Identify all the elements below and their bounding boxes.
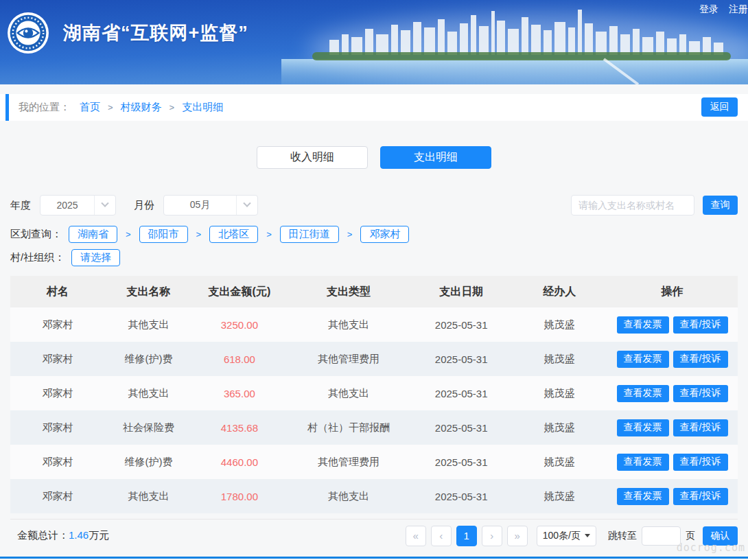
prev-page-button[interactable]: ‹ — [431, 526, 452, 546]
search-button[interactable]: 查询 — [703, 196, 738, 215]
back-button[interactable]: 返回 — [701, 97, 738, 117]
view-complaint-button[interactable]: 查看/投诉 — [673, 454, 728, 471]
region-pill-city[interactable]: 邵阳市 — [139, 226, 188, 243]
cell-amount: 4135.68 — [192, 422, 287, 434]
site-title: 湖南省“互联网+监督” — [63, 21, 248, 45]
breadcrumb-separator: > — [170, 102, 175, 113]
view-complaint-button[interactable]: 查看/投诉 — [673, 351, 728, 368]
view-complaint-button[interactable]: 查看/投诉 — [673, 419, 728, 436]
cell-amount: 618.00 — [192, 353, 287, 365]
cell-expense-name: 其他支出 — [105, 387, 192, 400]
first-page-button[interactable]: « — [406, 526, 426, 546]
region-pill-district[interactable]: 北塔区 — [209, 226, 258, 243]
site-logo-eye-icon — [7, 12, 49, 54]
city-skyline-image — [281, 0, 748, 84]
chevron-down-icon — [237, 202, 257, 208]
amount-total-value: 1.46 — [69, 529, 89, 541]
breadcrumb-accent-bar — [5, 94, 9, 121]
table-row: 邓家村 其他支出 1780.00 其他支出 2025-05-31 姚茂盛 查看发… — [10, 479, 738, 513]
view-invoice-button[interactable]: 查看发票 — [617, 419, 669, 436]
table-row: 邓家村 其他支出 365.00 其他支出 2025-05-31 姚茂盛 查看发票… — [10, 376, 738, 410]
cell-expense-name: 社会保险费 — [105, 421, 192, 434]
login-link[interactable]: 登录 — [699, 3, 718, 16]
bottom-accent-bar — [0, 557, 748, 559]
search-input[interactable] — [571, 195, 694, 215]
amount-total: 金额总计：1.46万元 — [17, 529, 109, 542]
table-row: 邓家村 其他支出 3250.00 其他支出 2025-05-31 姚茂盛 查看发… — [10, 307, 738, 342]
view-invoice-button[interactable]: 查看发票 — [617, 351, 669, 368]
table-footer: 金额总计：1.46万元 « ‹ 1 › » 100条/页 跳转至 页 确认 — [10, 519, 738, 552]
breadcrumb-bar: 我的位置： 首页 > 村级财务 > 支出明细 返回 — [0, 94, 748, 121]
view-complaint-button[interactable]: 查看/投诉 — [673, 488, 728, 505]
detail-tabs: 收入明细 支出明细 — [10, 146, 738, 169]
cell-type: 其他支出 — [287, 318, 410, 331]
view-invoice-button[interactable]: 查看发票 — [617, 385, 669, 402]
last-page-button[interactable]: » — [507, 526, 528, 546]
org-filter-row: 村/社组织： 请选择 — [10, 249, 738, 266]
jump-to-label: 跳转至 — [608, 530, 637, 542]
cell-village: 邓家村 — [10, 353, 105, 366]
cell-village: 邓家村 — [10, 318, 105, 331]
page-number-button[interactable]: 1 — [456, 526, 477, 546]
table-row: 邓家村 维修(护)费 618.00 其他管理费用 2025-05-31 姚茂盛 … — [10, 342, 738, 376]
region-separator: > — [347, 229, 353, 240]
main-content: 收入明细 支出明细 年度 2025 月份 05月 查询 区划查询： — [0, 146, 748, 552]
tab-expense-detail[interactable]: 支出明细 — [380, 146, 491, 169]
breadcrumb-item-expense-detail[interactable]: 支出明细 — [182, 101, 223, 114]
region-pill-street[interactable]: 田江街道 — [280, 226, 339, 243]
cell-expense-name: 其他支出 — [105, 490, 192, 503]
region-pill-village[interactable]: 邓家村 — [360, 226, 409, 243]
view-invoice-button[interactable]: 查看发票 — [617, 316, 669, 334]
cell-operator: 姚茂盛 — [512, 387, 607, 400]
page-size-select[interactable]: 100条/页 — [537, 526, 596, 546]
view-invoice-button[interactable]: 查看发票 — [617, 488, 669, 505]
cell-village: 邓家村 — [10, 490, 105, 503]
breadcrumb-item-home[interactable]: 首页 — [80, 101, 100, 114]
month-select[interactable]: 05月 — [163, 195, 258, 215]
cell-village: 邓家村 — [10, 456, 105, 469]
month-label: 月份 — [134, 199, 154, 212]
table-header-row: 村名 支出名称 支出金额(元) 支出类型 支出日期 经办人 操作 — [10, 276, 738, 307]
cell-amount: 365.00 — [192, 388, 287, 399]
region-filter-row: 区划查询： 湖南省 > 邵阳市 > 北塔区 > 田江街道 > 邓家村 — [10, 226, 738, 243]
cell-date: 2025-05-31 — [410, 456, 512, 468]
watermark: docrog.com — [677, 541, 745, 554]
chevron-down-icon — [95, 202, 115, 208]
tab-income-detail[interactable]: 收入明细 — [257, 146, 368, 169]
site-header: 湖南省“互联网+监督” 登录 注册 — [0, 0, 748, 84]
register-link[interactable]: 注册 — [729, 3, 748, 16]
region-separator: > — [196, 229, 202, 240]
col-header-amount: 支出金额(元) — [192, 285, 287, 299]
cell-type: 其他支出 — [287, 490, 410, 503]
cell-operator: 姚茂盛 — [512, 421, 607, 434]
cell-operator: 姚茂盛 — [512, 490, 607, 503]
page-size-value: 100条/页 — [543, 530, 581, 542]
cell-expense-name: 维修(护)费 — [105, 456, 192, 469]
page-unit-label: 页 — [686, 530, 695, 542]
view-invoice-button[interactable]: 查看发票 — [617, 454, 669, 471]
next-page-button[interactable]: › — [482, 526, 502, 546]
month-select-value: 05月 — [164, 199, 236, 211]
org-select-button[interactable]: 请选择 — [71, 249, 120, 266]
cell-date: 2025-05-31 — [410, 422, 512, 434]
cell-type: 村（社）干部报酬 — [287, 421, 410, 434]
year-select[interactable]: 2025 — [40, 195, 116, 215]
col-header-date: 支出日期 — [410, 285, 512, 299]
breadcrumb-item-village-finance[interactable]: 村级财务 — [121, 101, 162, 114]
expense-table: 村名 支出名称 支出金额(元) 支出类型 支出日期 经办人 操作 邓家村 其他支… — [10, 276, 738, 513]
cell-date: 2025-05-31 — [410, 491, 512, 502]
cell-date: 2025-05-31 — [410, 353, 512, 365]
cell-operator: 姚茂盛 — [512, 456, 607, 469]
region-pill-province[interactable]: 湖南省 — [69, 226, 117, 243]
amount-total-label: 金额总计： — [17, 529, 69, 541]
view-complaint-button[interactable]: 查看/投诉 — [673, 316, 728, 334]
view-complaint-button[interactable]: 查看/投诉 — [673, 385, 728, 402]
cell-type: 其他管理费用 — [287, 456, 410, 469]
year-label: 年度 — [10, 199, 31, 212]
amount-total-unit: 万元 — [89, 529, 109, 541]
cell-operator: 姚茂盛 — [512, 318, 607, 331]
cell-amount: 3250.00 — [192, 319, 287, 331]
jump-page-input[interactable] — [642, 526, 681, 546]
region-separator: > — [126, 229, 131, 240]
cell-type: 其他管理费用 — [287, 353, 410, 366]
